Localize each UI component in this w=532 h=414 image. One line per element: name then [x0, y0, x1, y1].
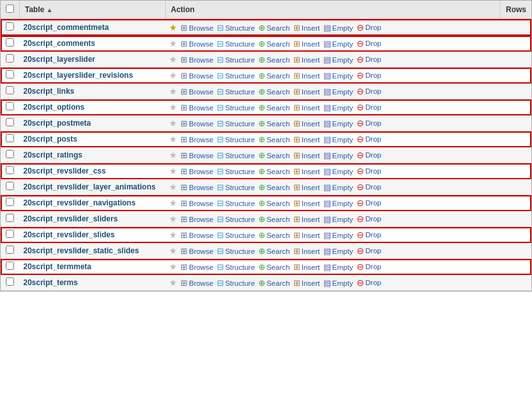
- table-name-link[interactable]: 20script_postmeta: [24, 119, 91, 128]
- table-name-link[interactable]: 20script_termmeta: [24, 262, 92, 271]
- browse-btn[interactable]: ⊞Browse: [181, 214, 213, 224]
- structure-btn[interactable]: ⊟Structure: [217, 71, 255, 80]
- structure-btn[interactable]: ⊟Structure: [217, 39, 255, 48]
- table-name-link[interactable]: 20script_layerslider_revisions: [24, 71, 133, 80]
- search-btn[interactable]: ⊕Search: [258, 198, 290, 208]
- insert-btn[interactable]: ⊞Insert: [293, 262, 320, 272]
- browse-btn[interactable]: ⊞Browse: [181, 198, 213, 208]
- insert-btn[interactable]: ⊞Insert: [293, 119, 320, 128]
- table-name-link[interactable]: 20script_links: [24, 87, 75, 96]
- insert-btn[interactable]: ⊞Insert: [293, 71, 320, 80]
- star-icon[interactable]: ★: [169, 150, 177, 160]
- row-checkbox[interactable]: [6, 54, 14, 63]
- browse-btn[interactable]: ⊞Browse: [181, 230, 213, 240]
- browse-btn[interactable]: ⊞Browse: [181, 135, 213, 144]
- structure-btn[interactable]: ⊟Structure: [217, 166, 255, 176]
- browse-btn[interactable]: ⊞Browse: [181, 23, 213, 33]
- drop-btn[interactable]: ⊖Drop: [357, 166, 381, 176]
- drop-btn[interactable]: ⊖Drop: [357, 134, 381, 144]
- empty-btn[interactable]: ▤Empty: [323, 262, 353, 272]
- row-checkbox[interactable]: [6, 166, 14, 174]
- browse-btn[interactable]: ⊞Browse: [181, 246, 213, 256]
- row-checkbox[interactable]: [6, 38, 14, 47]
- drop-btn[interactable]: ⊖Drop: [357, 54, 381, 64]
- table-name-link[interactable]: 20script_revslider_static_slides: [24, 246, 139, 255]
- row-checkbox[interactable]: [6, 118, 14, 126]
- empty-btn[interactable]: ▤Empty: [323, 103, 353, 112]
- empty-btn[interactable]: ▤Empty: [323, 39, 353, 48]
- table-name-link[interactable]: 20script_revslider_layer_animations: [24, 182, 156, 191]
- star-icon[interactable]: ★: [169, 134, 177, 144]
- row-checkbox[interactable]: [6, 262, 14, 270]
- search-btn[interactable]: ⊕Search: [258, 55, 290, 64]
- structure-btn[interactable]: ⊟Structure: [217, 55, 255, 64]
- drop-btn[interactable]: ⊖Drop: [357, 118, 381, 128]
- insert-btn[interactable]: ⊞Insert: [293, 166, 320, 176]
- table-name-link[interactable]: 20script_revslider_sliders: [24, 214, 118, 223]
- browse-btn[interactable]: ⊞Browse: [181, 278, 213, 288]
- structure-btn[interactable]: ⊟Structure: [217, 182, 255, 192]
- empty-btn[interactable]: ▤Empty: [323, 71, 353, 80]
- star-icon[interactable]: ★: [169, 54, 177, 64]
- row-checkbox[interactable]: [6, 198, 14, 206]
- browse-btn[interactable]: ⊞Browse: [181, 87, 213, 96]
- browse-btn[interactable]: ⊞Browse: [181, 55, 213, 64]
- structure-btn[interactable]: ⊟Structure: [217, 278, 255, 288]
- row-checkbox[interactable]: [6, 214, 14, 222]
- table-name-link[interactable]: 20script_terms: [24, 278, 78, 287]
- col-header-table[interactable]: Table ▲: [20, 1, 166, 19]
- row-checkbox[interactable]: [6, 134, 14, 142]
- empty-btn[interactable]: ▤Empty: [323, 135, 353, 144]
- structure-btn[interactable]: ⊟Structure: [217, 119, 255, 128]
- empty-btn[interactable]: ▤Empty: [323, 119, 353, 128]
- drop-btn[interactable]: ⊖Drop: [357, 246, 381, 256]
- empty-btn[interactable]: ▤Empty: [323, 230, 353, 240]
- browse-btn[interactable]: ⊞Browse: [181, 39, 213, 48]
- empty-btn[interactable]: ▤Empty: [323, 278, 353, 288]
- row-checkbox[interactable]: [6, 277, 14, 286]
- empty-btn[interactable]: ▤Empty: [323, 23, 353, 33]
- empty-btn[interactable]: ▤Empty: [323, 198, 353, 208]
- insert-btn[interactable]: ⊞Insert: [293, 23, 320, 33]
- drop-btn[interactable]: ⊖Drop: [357, 86, 381, 96]
- empty-btn[interactable]: ▤Empty: [323, 55, 353, 64]
- drop-btn[interactable]: ⊖Drop: [357, 38, 381, 48]
- star-icon[interactable]: ★: [169, 70, 177, 80]
- star-icon[interactable]: ★: [169, 102, 177, 112]
- search-btn[interactable]: ⊕Search: [258, 214, 290, 224]
- empty-btn[interactable]: ▤Empty: [323, 151, 353, 160]
- search-btn[interactable]: ⊕Search: [258, 166, 290, 176]
- insert-btn[interactable]: ⊞Insert: [293, 55, 320, 64]
- search-btn[interactable]: ⊕Search: [258, 278, 290, 288]
- drop-btn[interactable]: ⊖Drop: [357, 262, 381, 272]
- star-icon[interactable]: ★: [169, 38, 177, 48]
- empty-btn[interactable]: ▤Empty: [323, 87, 353, 96]
- browse-btn[interactable]: ⊞Browse: [181, 119, 213, 128]
- insert-btn[interactable]: ⊞Insert: [293, 151, 320, 160]
- search-btn[interactable]: ⊕Search: [258, 39, 290, 48]
- row-checkbox[interactable]: [6, 70, 14, 78]
- row-checkbox[interactable]: [6, 246, 14, 254]
- star-icon[interactable]: ★: [169, 262, 177, 272]
- star-icon[interactable]: ★: [169, 182, 177, 192]
- select-all-checkbox[interactable]: [6, 4, 14, 13]
- row-checkbox[interactable]: [6, 102, 14, 110]
- drop-btn[interactable]: ⊖Drop: [357, 70, 381, 80]
- search-btn[interactable]: ⊕Search: [258, 182, 290, 192]
- star-icon[interactable]: ★: [169, 214, 177, 224]
- star-icon[interactable]: ★: [169, 22, 177, 33]
- insert-btn[interactable]: ⊞Insert: [293, 103, 320, 112]
- insert-btn[interactable]: ⊞Insert: [293, 39, 320, 48]
- empty-btn[interactable]: ▤Empty: [323, 246, 353, 256]
- insert-btn[interactable]: ⊞Insert: [293, 230, 320, 240]
- row-checkbox[interactable]: [6, 22, 14, 31]
- table-name-link[interactable]: 20script_comments: [24, 39, 96, 48]
- star-icon[interactable]: ★: [169, 246, 177, 256]
- table-name-link[interactable]: 20script_commentmeta: [24, 23, 109, 32]
- row-checkbox[interactable]: [6, 182, 14, 190]
- structure-btn[interactable]: ⊟Structure: [217, 23, 255, 33]
- structure-btn[interactable]: ⊟Structure: [217, 198, 255, 208]
- browse-btn[interactable]: ⊞Browse: [181, 71, 213, 80]
- star-icon[interactable]: ★: [169, 86, 177, 96]
- star-icon[interactable]: ★: [169, 230, 177, 240]
